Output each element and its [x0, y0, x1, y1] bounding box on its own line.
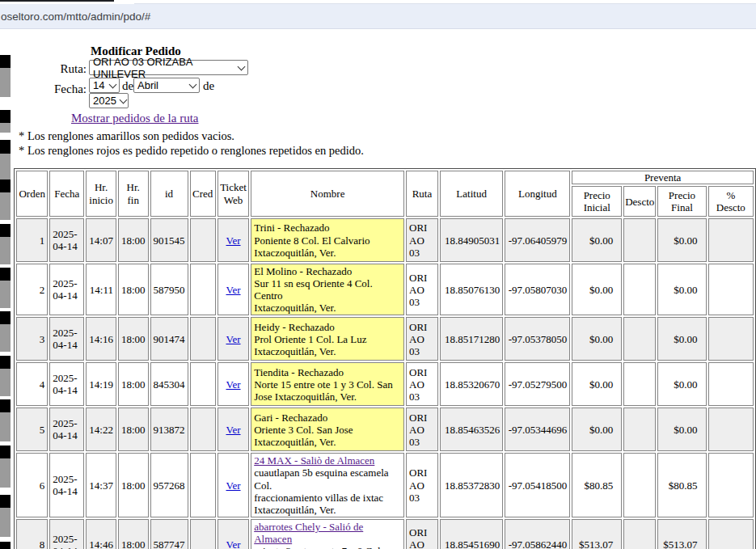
- cell-fecha: 2025-04-14: [49, 218, 84, 262]
- pedido-status-link[interactable]: abarrotes Chely - Salió de Almacen: [254, 521, 363, 545]
- ver-link[interactable]: Ver: [226, 538, 241, 549]
- cell-precio-final: $0.00: [657, 362, 706, 406]
- cell-ruta: ORI AO 03: [406, 317, 438, 361]
- cell-hr-fin: 18:00: [118, 317, 149, 361]
- ruta-select[interactable]: ORI AO 03 ORIZABA UNILEVER: [89, 60, 248, 75]
- ver-link[interactable]: Ver: [226, 234, 241, 247]
- table-row: 62025-04-1414:3718:00957268Ver24 MAX - S…: [16, 453, 754, 517]
- col-header-longitud: Longitud: [505, 171, 570, 217]
- cell-pct-descto: [708, 408, 754, 451]
- left-artifact-black: [0, 179, 11, 192]
- table-row: 52025-04-1414:2218:00913872VerGari - Rec…: [16, 408, 754, 451]
- cell-precio-final: $0.00: [657, 218, 706, 262]
- cell-descto: [623, 317, 656, 361]
- year-select[interactable]: 2025: [89, 93, 129, 108]
- left-artifact-gray: [0, 369, 11, 396]
- cell-hr-fin: 18:00: [118, 408, 149, 451]
- cell-orden: 3: [16, 317, 48, 361]
- cell-ticket-web: Ver: [218, 317, 249, 361]
- cell-cred: [190, 317, 216, 361]
- cell-latitud: 18.85463526: [440, 408, 503, 451]
- cell-ruta: ORI AO 03: [406, 453, 438, 517]
- left-artifact-black: [0, 495, 11, 508]
- cell-cred: [190, 218, 216, 262]
- cell-hr-fin: 18:00: [118, 218, 149, 262]
- month-select[interactable]: Abril: [133, 78, 200, 93]
- cell-latitud: 18.85076130: [440, 264, 503, 315]
- left-artifact-black: [0, 140, 11, 154]
- cell-cred: [190, 453, 216, 517]
- cell-cred: [190, 264, 216, 315]
- col-header-descto: Descto: [623, 186, 656, 217]
- col-header-pct-descto: % Descto: [708, 186, 754, 217]
- cell-longitud: -97.05279500: [505, 362, 570, 406]
- cell-descto: [623, 519, 656, 549]
- cell-descto: [623, 362, 656, 406]
- col-header-precio-final: Precio Final: [657, 186, 706, 217]
- year-select-value: 2025: [93, 95, 116, 107]
- cell-id: 845304: [150, 362, 188, 406]
- left-artifact-black: [0, 542, 11, 549]
- ver-link[interactable]: Ver: [226, 378, 241, 391]
- fecha-label: Fecha:: [49, 82, 87, 96]
- left-artifact-gray: [0, 508, 11, 537]
- cell-precio-final: $0.00: [657, 408, 706, 451]
- browser-address-bar[interactable]: oseltoro.com/mtto/admin/pdo/#: [0, 4, 756, 29]
- cell-descto: [623, 408, 656, 451]
- col-header-hr-fin: Hr. fin: [118, 171, 149, 217]
- table-row: 42025-04-1414:1918:00845304VerTiendita -…: [16, 362, 754, 406]
- de-word-1: de: [122, 79, 133, 93]
- cell-ticket-web: Ver: [218, 362, 249, 406]
- cell-precio-inicial: $80.85: [572, 453, 622, 517]
- cell-ticket-web: Ver: [218, 519, 249, 549]
- cell-pct-descto: [708, 264, 754, 315]
- cell-orden: 8: [16, 519, 48, 549]
- table-row: 82025-04-1414:4618:00587747Verabarrotes …: [16, 519, 754, 549]
- cell-longitud: -97.06405979: [505, 218, 570, 262]
- cell-cred: [190, 408, 216, 451]
- cell-hr-inicio: 14:07: [86, 218, 116, 262]
- cell-nombre: Heidy - Rechazado Prol Oriente 1 Col. La…: [251, 317, 404, 361]
- col-header-latitud: Latitud: [440, 171, 503, 217]
- col-header-cred: Cred: [190, 171, 216, 217]
- left-artifact-gray: [0, 68, 11, 97]
- cell-latitud: 18.85451690: [440, 519, 503, 549]
- left-artifact-black: [0, 356, 11, 369]
- cell-precio-inicial: $0.00: [572, 317, 622, 361]
- cell-pct-descto: [708, 453, 754, 517]
- cell-precio-inicial: $0.00: [572, 362, 622, 406]
- ver-link[interactable]: Ver: [226, 424, 241, 436]
- mostrar-pedidos-link[interactable]: Mostrar pedidos de la ruta: [71, 112, 198, 125]
- note-red-rows: * Los renglones rojos es pedido repetido…: [19, 144, 364, 158]
- col-header-orden: Orden: [16, 171, 48, 217]
- cell-latitud: 18.84905031: [440, 218, 503, 262]
- ver-link[interactable]: Ver: [226, 479, 241, 492]
- cell-latitud: 18.85320670: [440, 362, 503, 406]
- cell-latitud: 18.85372830: [440, 453, 503, 517]
- cell-ruta: ORI AO 03: [406, 218, 438, 262]
- cell-longitud: -97.05418500: [505, 453, 570, 517]
- cell-orden: 6: [16, 453, 48, 517]
- cell-id: 913872: [150, 408, 188, 451]
- cell-cred: [190, 362, 216, 406]
- col-header-hr-inicio: Hr. inicio: [86, 171, 116, 217]
- url-text[interactable]: oseltoro.com/mtto/admin/pdo/#: [1, 11, 150, 23]
- cell-nombre: Gari - Rechazado Oriente 3 Col. San Jose…: [251, 408, 404, 451]
- cell-fecha: 2025-04-14: [49, 317, 84, 361]
- chevron-down-icon: [189, 80, 197, 88]
- cell-orden: 5: [16, 408, 48, 451]
- pedido-status-link[interactable]: 24 MAX - Saliò de Almacen: [254, 454, 374, 467]
- cell-nombre: 24 MAX - Saliò de Almacen cuautlapan 5b …: [251, 453, 404, 517]
- cell-ticket-web: Ver: [218, 408, 249, 451]
- day-select[interactable]: 14: [89, 78, 120, 93]
- cell-hr-inicio: 14:46: [86, 519, 116, 549]
- col-header-ruta: Ruta: [406, 171, 438, 217]
- cell-id: 587950: [150, 264, 188, 315]
- cell-fecha: 2025-04-14: [49, 519, 84, 549]
- left-artifact-gray: [0, 154, 11, 182]
- cell-hr-inicio: 14:11: [86, 264, 116, 315]
- cell-pct-descto: [708, 218, 754, 262]
- cell-orden: 1: [16, 218, 48, 262]
- ver-link[interactable]: Ver: [226, 333, 241, 345]
- ver-link[interactable]: Ver: [226, 284, 241, 296]
